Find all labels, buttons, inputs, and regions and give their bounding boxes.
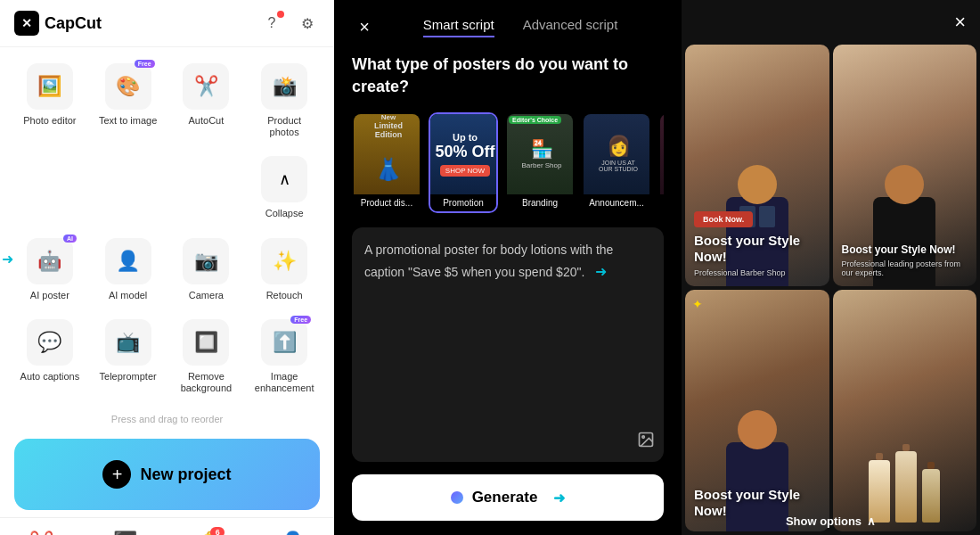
- tool-auto-captions[interactable]: 💬 Auto captions: [14, 314, 86, 399]
- img-overlay-1: Book Now. Boost your Style Now! Professi…: [685, 45, 829, 286]
- editors-choice-badge: Editor's Choice: [509, 116, 561, 124]
- plus-icon: +: [102, 460, 131, 489]
- right-header: ×: [682, 0, 980, 45]
- category-promotion-image: Up to 50% Off SHOP NOW: [430, 114, 498, 194]
- help-icon[interactable]: ?: [259, 11, 284, 36]
- ai-model-label: AI model: [109, 290, 147, 301]
- category-p-label: P...: [660, 194, 664, 211]
- right-close-button[interactable]: ×: [954, 11, 966, 34]
- category-announcement-label: Announcem...: [584, 194, 649, 211]
- collapse-icon: ∧: [261, 156, 307, 202]
- text-area-content: A promotional poster for body lotions wi…: [364, 240, 651, 283]
- tool-autocut[interactable]: ✂️ AutoCut: [171, 58, 242, 144]
- tool-camera[interactable]: 📷 Camera: [171, 233, 242, 307]
- me-icon: 👤: [281, 531, 305, 535]
- generate-label: Generate: [472, 489, 538, 506]
- photo-editor-icon: 🖼️: [27, 63, 73, 110]
- modal-content: What type of posters do you want to crea…: [334, 54, 682, 535]
- category-branding[interactable]: Editor's Choice 🏪 Barber Shop Branding: [505, 112, 575, 213]
- retouch-icon: ✨: [261, 238, 307, 284]
- tool-teleprompter[interactable]: 📺 Teleprompter: [93, 314, 164, 399]
- img-headline-1: Boost your Style Now!: [694, 233, 821, 265]
- tool-image-enhancement[interactable]: ⬆️ Free Image enhancement: [249, 314, 320, 399]
- text-to-image-icon: 🎨 Free: [105, 63, 151, 110]
- app-name: CapCut: [45, 14, 102, 33]
- img-sub-1: Professional Barber Shop: [694, 268, 821, 277]
- modal-question: What type of posters do you want to crea…: [352, 54, 664, 98]
- footer-tab-templates[interactable]: ⬛ Templates: [84, 525, 167, 535]
- modal-close-button[interactable]: ×: [352, 14, 377, 39]
- templates-icon: ⬛: [113, 531, 137, 535]
- category-branding-image: Editor's Choice 🏪 Barber Shop: [507, 114, 575, 194]
- image-card-2[interactable]: Boost your Style Now! Professional leadi…: [833, 45, 977, 286]
- new-project-button[interactable]: + New project: [14, 439, 320, 510]
- image-card-1[interactable]: Book Now. Boost your Style Now! Professi…: [685, 45, 829, 286]
- tool-retouch[interactable]: ✨ Retouch: [249, 233, 320, 307]
- category-promotion[interactable]: Up to 50% Off SHOP NOW Promotion: [429, 112, 498, 213]
- remove-background-label: Remove background: [175, 371, 239, 394]
- image-card-4[interactable]: [833, 290, 977, 531]
- logo-icon: ✕: [14, 11, 39, 36]
- images-grid: Book Now. Boost your Style Now! Professi…: [682, 45, 980, 535]
- free-badge-enhancement: Free: [290, 316, 311, 324]
- generate-button[interactable]: Generate ➜: [352, 474, 664, 521]
- product-photos-icon: 📸: [261, 63, 307, 110]
- img-sub-2: Professional leading posters from our ex…: [842, 259, 968, 277]
- new-project-label: New project: [140, 465, 231, 484]
- tool-product-photos[interactable]: 📸 Product photos: [249, 58, 320, 144]
- text-content: A promotional poster for body lotions wi…: [364, 243, 613, 278]
- image-enhancement-label: Image enhancement: [252, 371, 316, 394]
- category-promotion-label: Promotion: [430, 194, 496, 211]
- tab-smart-script[interactable]: Smart script: [423, 17, 494, 37]
- category-product-dis[interactable]: New Limited Edition 👗 Product dis...: [352, 112, 421, 213]
- image-enhancement-icon: ⬆️ Free: [261, 319, 307, 366]
- settings-icon[interactable]: ⚙: [295, 11, 320, 36]
- autocut-icon: ✂️: [183, 63, 229, 110]
- modal-tabs: Smart script Advanced script: [377, 17, 664, 37]
- drag-hint: Press and drag to reorder: [0, 410, 334, 432]
- teal-arrow-indicator: ➜: [595, 264, 607, 279]
- image-card-3[interactable]: ✦ Boost your Style Now!: [685, 290, 829, 531]
- tool-text-to-image[interactable]: 🎨 Free Text to image: [93, 58, 164, 144]
- chevron-up-icon: ∧: [867, 514, 876, 528]
- tool-photo-editor[interactable]: 🖼️ Photo editor: [14, 58, 86, 144]
- category-branding-label: Branding: [507, 194, 573, 211]
- camera-icon: 📷: [183, 238, 229, 284]
- category-announcement-image: 👩 JOIN US ATOUR STUDIO: [584, 114, 651, 194]
- category-announcement[interactable]: 👩 JOIN US ATOUR STUDIO Announcem...: [582, 112, 651, 213]
- show-options-label: Show options: [786, 514, 862, 528]
- tool-collapse[interactable]: ∧ Collapse: [249, 151, 320, 225]
- ai-poster-arrow: ➜: [2, 251, 13, 268]
- camera-label: Camera: [189, 290, 224, 301]
- show-options-bar[interactable]: Show options ∧: [682, 514, 980, 528]
- text-to-image-label: Text to image: [99, 115, 157, 127]
- ai-model-icon: 👤: [105, 238, 151, 284]
- generate-arrow-icon: ➜: [553, 490, 565, 506]
- tool-ai-poster[interactable]: 🤖 AI AI poster ➜: [14, 233, 86, 307]
- header-icons: ? ⚙: [259, 11, 320, 36]
- ai-poster-icon: 🤖 AI: [27, 238, 73, 284]
- product-photos-label: Product photos: [252, 115, 316, 138]
- tool-ai-model[interactable]: 👤 AI model: [93, 233, 164, 307]
- sidebar: ✕ CapCut ? ⚙ 🖼️ Photo editor 🎨 Free Text…: [0, 0, 334, 535]
- img-headline-2: Boost your Style Now!: [842, 243, 968, 256]
- img-overlay-3: Boost your Style Now!: [685, 290, 829, 531]
- footer-tab-me[interactable]: 👤 Me: [250, 525, 334, 535]
- retouch-label: Retouch: [266, 290, 303, 301]
- edit-icon: ✂️: [29, 531, 53, 535]
- tab-advanced-script[interactable]: Advanced script: [523, 17, 618, 37]
- sidebar-header: ✕ CapCut ? ⚙: [0, 0, 334, 47]
- category-product-dis-image: New Limited Edition 👗: [354, 114, 421, 194]
- auto-captions-label: Auto captions: [20, 371, 80, 383]
- ai-poster-label: AI poster: [30, 290, 69, 301]
- footer-tab-inbox[interactable]: 🔔 6 Inbox: [167, 525, 251, 535]
- modal-header: × Smart script Advanced script: [334, 0, 682, 54]
- modal-panel: × Smart script Advanced script What type…: [334, 0, 682, 535]
- footer-tab-edit[interactable]: ✂️ Edit: [0, 525, 84, 535]
- category-p[interactable]: B P...: [658, 112, 664, 213]
- remove-background-icon: 🔲: [183, 319, 229, 366]
- tool-remove-background[interactable]: 🔲 Remove background: [171, 314, 242, 399]
- img-book-btn-1[interactable]: Book Now.: [694, 211, 753, 227]
- text-area-image-icon[interactable]: [637, 431, 655, 453]
- text-area-wrapper: A promotional poster for body lotions wi…: [352, 227, 664, 462]
